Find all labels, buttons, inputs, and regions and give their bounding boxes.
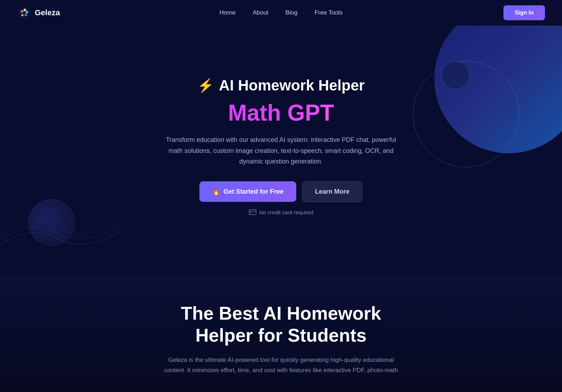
no-credit-row: No credit card required: [160, 209, 402, 215]
logo[interactable]: Geleza: [17, 6, 60, 20]
no-credit-text: No credit card required: [259, 209, 314, 215]
second-section: The Best AI Homework Helper for Students…: [0, 274, 562, 392]
logo-icon: [17, 6, 31, 20]
nav-free-tools[interactable]: Free Tools: [314, 9, 342, 16]
hero-subtitle-row: ⚡ AI Homework Helper: [160, 77, 402, 94]
deco-waves: [0, 189, 121, 260]
nav-about[interactable]: About: [253, 9, 268, 16]
signin-button[interactable]: Sign In: [503, 5, 545, 20]
hero-title: Math GPT: [160, 100, 402, 126]
svg-rect-13: [250, 212, 251, 213]
fire-icon: 🔥: [212, 188, 220, 195]
second-section-title: The Best AI Homework Helper for Students: [153, 302, 409, 347]
svg-point-0: [18, 6, 31, 19]
hero-buttons: 🔥 Get Started for Free Learn More: [160, 181, 402, 202]
hero-content: ⚡ AI Homework Helper Math GPT Transform …: [160, 77, 402, 215]
deco-circle-small: [441, 61, 470, 89]
logo-text: Geleza: [35, 8, 60, 17]
hero-description: Transform education with our advanced AI…: [160, 134, 402, 167]
get-started-label: Get Started for Free: [224, 188, 283, 195]
lightning-icon: ⚡: [197, 78, 214, 93]
hero-subtitle: AI Homework Helper: [219, 77, 365, 94]
hero-section: ⚡ AI Homework Helper Math GPT Transform …: [0, 26, 562, 274]
navbar: Geleza Home About Blog Free Tools Sign I…: [0, 0, 562, 26]
second-section-description: Geleza is the ultimate AI-powered tool f…: [160, 355, 402, 376]
credit-card-icon: [249, 209, 257, 215]
nav-blog[interactable]: Blog: [285, 9, 297, 16]
get-started-button[interactable]: 🔥 Get Started for Free: [199, 181, 296, 202]
nav-home[interactable]: Home: [220, 9, 236, 16]
nav-links: Home About Blog Free Tools: [220, 9, 343, 16]
svg-rect-11: [249, 210, 256, 215]
learn-more-button[interactable]: Learn More: [302, 181, 363, 202]
